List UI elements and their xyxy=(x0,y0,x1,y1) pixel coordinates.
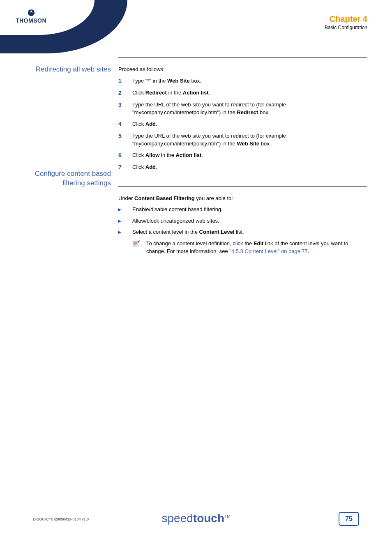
section-label-content-filter: Configure content based filtering settin… xyxy=(25,169,111,188)
step-marker: 7 xyxy=(118,163,132,172)
brand-logo: THOMSON xyxy=(16,9,46,24)
step-2: 2 Click Redirect in the Action list. xyxy=(118,89,367,97)
step-5: 5 Type the URL of the web site you want … xyxy=(118,132,367,148)
footer-logo: speedtouchTM xyxy=(162,512,231,525)
list-edit-icon xyxy=(132,240,141,248)
step-marker: 1 xyxy=(118,77,132,85)
step-text: Type "*" in the Web Site box. xyxy=(132,77,367,85)
bullet-text: Enable/disable content based filtering. xyxy=(132,205,367,214)
bullet-3: ▸ Select a content level in the Content … xyxy=(118,228,367,236)
section-content-filter: Under Content Based Filtering you are ab… xyxy=(118,187,367,256)
note-icon xyxy=(132,240,146,256)
note-row: To change a content level definition, cl… xyxy=(132,240,367,256)
bullet-marker-icon: ▸ xyxy=(118,217,132,225)
bullet-1: ▸ Enable/disable content based filtering… xyxy=(118,205,367,214)
bullet-marker-icon: ▸ xyxy=(118,228,132,236)
content-area: Redirecting all web sites Proceed as fol… xyxy=(25,58,367,267)
brand-icon xyxy=(28,9,35,16)
step-marker: 2 xyxy=(118,89,132,97)
footer-doc-id: E-DOC-CTC-20050429-0104 v1.0 xyxy=(33,517,89,521)
section-redirect: Proceed as follows: 1 Type "*" in the We… xyxy=(118,58,367,175)
bullet-marker-icon: ▸ xyxy=(118,205,132,214)
step-marker: 4 xyxy=(118,120,132,129)
step-marker: 5 xyxy=(118,132,132,148)
chapter-header: Chapter 4 Basic Configuration xyxy=(325,14,367,30)
step-7: 7 Click Add. xyxy=(118,163,367,172)
step-marker: 6 xyxy=(118,151,132,160)
page-footer: E-DOC-CTC-20050429-0104 v1.0 speedtouchT… xyxy=(25,510,367,530)
step-6: 6 Click Allow in the Action list. xyxy=(118,151,367,160)
section1-intro: Proceed as follows: xyxy=(118,65,367,74)
section-content-filter-body: Under Content Based Filtering you are ab… xyxy=(118,194,367,256)
step-text: Type the URL of the web site you want to… xyxy=(132,132,367,148)
step-text: Click Allow in the Action list. xyxy=(132,151,367,160)
chapter-title: Chapter 4 xyxy=(325,14,367,24)
page-header: THOMSON Chapter 4 Basic Configuration xyxy=(0,0,392,49)
step-3: 3 Type the URL of the web site you want … xyxy=(118,101,367,117)
step-text: Click Redirect in the Action list. xyxy=(132,89,367,97)
chapter-subtitle: Basic Configuration xyxy=(325,25,367,30)
step-marker: 3 xyxy=(118,101,132,117)
step-text: Click Add. xyxy=(132,163,367,172)
step-text: Type the URL of the web site you want to… xyxy=(132,101,367,117)
step-4: 4 Click Add. xyxy=(118,120,367,129)
bullet-text: Select a content level in the Content Le… xyxy=(132,228,367,236)
page-number: 75 xyxy=(339,512,359,526)
section-redirect-body: Proceed as follows: 1 Type "*" in the We… xyxy=(118,65,367,175)
bullet-2: ▸ Allow/block uncategorized web sites. xyxy=(118,217,367,225)
note-text: To change a content level definition, cl… xyxy=(146,240,367,256)
bullet-text: Allow/block uncategorized web sites. xyxy=(132,217,367,225)
step-1: 1 Type "*" in the Web Site box. xyxy=(118,77,367,85)
brand-text: THOMSON xyxy=(16,17,46,24)
cross-ref-link[interactable]: "4.5.8 Content Level" on page 77 xyxy=(229,248,308,254)
section2-intro: Under Content Based Filtering you are ab… xyxy=(118,194,367,203)
section-label-redirect: Redirecting all web sites xyxy=(25,65,111,74)
step-text: Click Add. xyxy=(132,120,367,129)
